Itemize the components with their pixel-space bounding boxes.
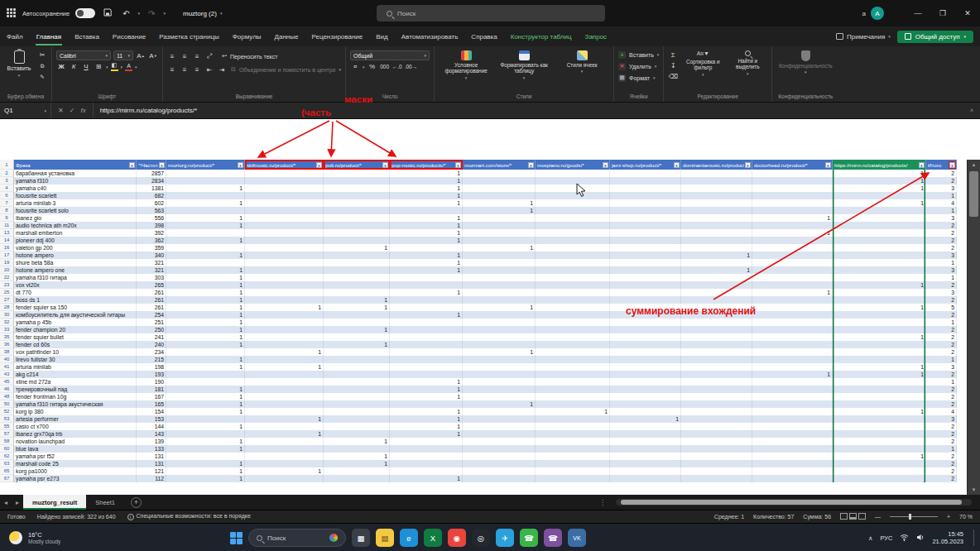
- value-cell-C[interactable]: 1: [166, 423, 245, 430]
- increase-indent-icon[interactable]: ⇥: [217, 65, 227, 74]
- value-cell-D[interactable]: [245, 184, 324, 192]
- undo-icon[interactable]: ↶: [120, 9, 132, 18]
- value-cell-H[interactable]: [536, 296, 610, 304]
- value-cell-D[interactable]: 1: [245, 430, 324, 438]
- value-cell-I[interactable]: [610, 333, 681, 341]
- value-cell-G[interactable]: [463, 274, 536, 281]
- table-row[interactable]: 11audio technica ath m20x398112: [0, 222, 957, 229]
- value-cell-C[interactable]: [166, 244, 245, 252]
- value-cell-I[interactable]: [610, 475, 681, 482]
- format-cells-button[interactable]: ▦Формат▾: [618, 72, 659, 84]
- vertical-scroll-thumb[interactable]: [969, 171, 978, 217]
- column-header-R[interactable]: Итого▾: [926, 160, 957, 170]
- total-cell[interactable]: 2: [926, 341, 957, 348]
- row-number[interactable]: 32: [0, 319, 14, 326]
- scroll-up-icon[interactable]: ▲: [968, 160, 980, 170]
- total-cell[interactable]: 3: [926, 363, 957, 371]
- value-cell-K[interactable]: [752, 341, 833, 348]
- value-cell-H[interactable]: [536, 222, 610, 229]
- align-center-icon[interactable]: ≡: [180, 65, 190, 74]
- value-cell-J[interactable]: [681, 304, 752, 311]
- phrase-cell[interactable]: ibanez gio: [14, 214, 137, 222]
- value-cell-K[interactable]: [752, 333, 833, 341]
- value-cell-H[interactable]: [536, 319, 610, 326]
- share-button[interactable]: Общий доступ▾: [897, 31, 973, 43]
- obs-icon[interactable]: ◎: [472, 529, 490, 547]
- value-cell-F[interactable]: [390, 274, 463, 281]
- value-cell-F[interactable]: 1: [390, 229, 463, 237]
- value-cell-G[interactable]: 1: [463, 207, 536, 214]
- value-cell-I[interactable]: [610, 237, 681, 244]
- table-row[interactable]: 23vox vt20x265112: [0, 281, 957, 289]
- phrase-cell[interactable]: xline md 272a: [14, 378, 137, 386]
- value-cell-G[interactable]: [463, 326, 536, 333]
- value-cell-D[interactable]: [245, 192, 324, 199]
- value-cell-I[interactable]: 1: [610, 415, 681, 423]
- value-cell-D[interactable]: 1: [245, 304, 324, 311]
- value-cell-F[interactable]: [390, 207, 463, 214]
- volume-icon[interactable]: [916, 534, 925, 543]
- value-cell-Q[interactable]: 1: [833, 304, 926, 311]
- value-cell-C[interactable]: 1: [166, 266, 245, 274]
- value-cell-Q[interactable]: [833, 244, 926, 252]
- value-cell-J[interactable]: [681, 467, 752, 475]
- value-cell-E[interactable]: [324, 192, 390, 199]
- sheet-nav-left-icon[interactable]: ◂: [0, 499, 12, 506]
- value-cell-E[interactable]: [324, 207, 390, 214]
- value-cell-D[interactable]: [245, 281, 324, 289]
- undo-dropdown-icon[interactable]: ▾: [138, 11, 141, 16]
- value-cell-Q[interactable]: 1: [833, 333, 926, 341]
- frequency-cell[interactable]: 250: [137, 326, 166, 333]
- zoom-out-icon[interactable]: —: [875, 514, 881, 520]
- align-left-icon[interactable]: ≡: [167, 65, 177, 74]
- value-cell-K[interactable]: [752, 423, 833, 430]
- fill-color-button[interactable]: ◧: [111, 62, 118, 71]
- value-cell-C[interactable]: 1: [166, 222, 245, 229]
- value-cell-F[interactable]: [390, 304, 463, 311]
- table-row[interactable]: 2барабанная установка2857112: [0, 170, 957, 177]
- value-cell-J[interactable]: [681, 311, 752, 319]
- value-cell-H[interactable]: [536, 438, 610, 445]
- value-cell-F[interactable]: [390, 460, 463, 467]
- zoom-slider[interactable]: [890, 516, 938, 517]
- frequency-cell[interactable]: 241: [137, 333, 166, 341]
- frequency-cell[interactable]: 121: [137, 467, 166, 475]
- value-cell-I[interactable]: [610, 423, 681, 430]
- row-number[interactable]: 28: [0, 304, 14, 311]
- value-cell-J[interactable]: [681, 460, 752, 467]
- value-cell-C[interactable]: [166, 192, 245, 199]
- value-cell-C[interactable]: [166, 430, 245, 438]
- filter-icon[interactable]: ▾: [455, 162, 461, 168]
- value-cell-E[interactable]: [324, 386, 390, 393]
- phrase-cell[interactable]: fender squier sa 150: [14, 304, 137, 311]
- value-cell-C[interactable]: 1: [166, 408, 245, 415]
- horizontal-scroll-thumb[interactable]: [621, 500, 962, 505]
- value-cell-I[interactable]: [610, 319, 681, 326]
- value-cell-C[interactable]: [166, 229, 245, 237]
- value-cell-Q[interactable]: [833, 259, 926, 266]
- ribbon-tab-1[interactable]: Главная: [30, 26, 68, 46]
- frequency-cell[interactable]: 154: [137, 408, 166, 415]
- value-cell-G[interactable]: [463, 237, 536, 244]
- phrase-cell[interactable]: casio ct x700: [14, 423, 137, 430]
- value-cell-K[interactable]: [752, 244, 833, 252]
- value-cell-J[interactable]: [681, 415, 752, 423]
- accessibility-status[interactable]: iСпециальные возможности: все в порядке: [127, 513, 251, 520]
- value-cell-J[interactable]: [681, 445, 752, 453]
- value-cell-H[interactable]: [536, 333, 610, 341]
- value-cell-F[interactable]: [390, 438, 463, 445]
- value-cell-J[interactable]: [681, 393, 752, 400]
- value-cell-F[interactable]: 1: [390, 415, 463, 423]
- filter-icon[interactable]: ▾: [745, 162, 751, 168]
- telegram-icon[interactable]: ✈: [496, 529, 514, 547]
- value-cell-D[interactable]: [245, 438, 324, 445]
- row-number[interactable]: 16: [0, 244, 14, 252]
- value-cell-I[interactable]: [610, 259, 681, 266]
- delete-cells-button[interactable]: ✕Удалить▾: [618, 60, 659, 72]
- filter-icon[interactable]: ▾: [528, 162, 534, 168]
- phrase-cell[interactable]: focusrite scarlett solo: [14, 207, 137, 214]
- table-row[interactable]: 16valeton gp 200359112: [0, 244, 957, 252]
- value-cell-D[interactable]: [245, 393, 324, 400]
- total-cell[interactable]: 3: [926, 214, 957, 222]
- value-cell-G[interactable]: [463, 341, 536, 348]
